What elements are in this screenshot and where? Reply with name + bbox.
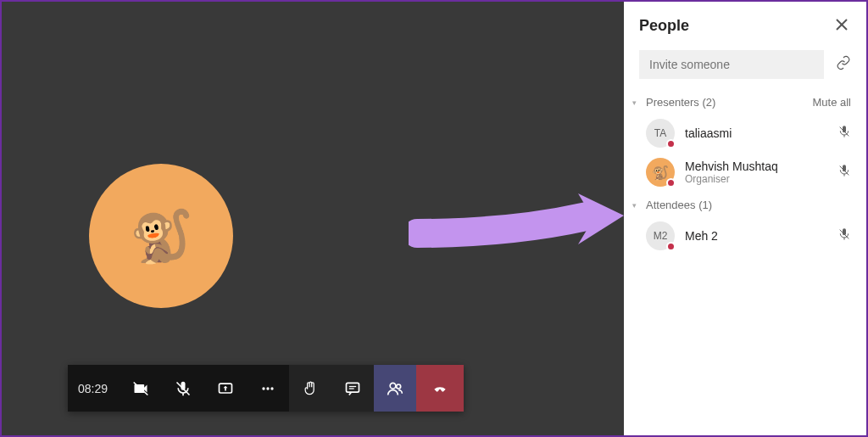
video-stage: 🐒 08:29 bbox=[2, 2, 624, 435]
close-panel-button[interactable] bbox=[832, 14, 851, 38]
chat-button[interactable] bbox=[331, 365, 374, 412]
annotation-arrow-icon bbox=[409, 188, 629, 265]
section-presenters-header[interactable]: ▾ Presenters (2) Mute all bbox=[624, 89, 866, 114]
hangup-icon bbox=[431, 380, 448, 397]
mic-muted-icon bbox=[837, 164, 851, 177]
link-icon bbox=[836, 55, 851, 70]
presence-busy-icon bbox=[666, 242, 676, 251]
chevron-down-icon: ▾ bbox=[632, 201, 643, 210]
person-name: Meh 2 bbox=[685, 229, 827, 243]
avatar: M2 bbox=[646, 221, 675, 250]
chat-icon bbox=[344, 380, 361, 397]
avatar-initials: M2 bbox=[654, 230, 668, 242]
participant-mic-button[interactable] bbox=[837, 164, 851, 181]
avatar-emoji: 🐒 bbox=[652, 165, 669, 181]
avatar: TA bbox=[646, 119, 675, 148]
hand-icon bbox=[302, 380, 319, 397]
section-presenters-label: Presenters (2) bbox=[646, 96, 715, 109]
camera-off-icon bbox=[132, 380, 149, 397]
presence-busy-icon bbox=[666, 178, 676, 188]
person-role: Organiser bbox=[685, 173, 827, 185]
svg-point-7 bbox=[270, 387, 273, 389]
svg-point-5 bbox=[262, 387, 264, 389]
share-tray-icon bbox=[217, 380, 234, 397]
chevron-down-icon: ▾ bbox=[632, 98, 643, 107]
people-icon bbox=[387, 380, 403, 397]
avatar: 🐒 bbox=[646, 158, 675, 187]
people-panel: People ▾ Presenters (2) Mute all TA bbox=[624, 2, 866, 435]
participant-avatar: 🐒 bbox=[89, 164, 233, 308]
copy-link-button[interactable] bbox=[836, 55, 851, 74]
call-toolbar: 08:29 bbox=[68, 365, 464, 412]
more-actions-button[interactable] bbox=[247, 365, 289, 412]
section-attendees-header[interactable]: ▾ Attendees (1) bbox=[624, 192, 866, 216]
svg-point-6 bbox=[266, 387, 269, 389]
avatar-initials: TA bbox=[654, 127, 666, 139]
svg-rect-8 bbox=[347, 383, 359, 392]
mic-toggle-button[interactable] bbox=[162, 365, 204, 412]
presenter-row[interactable]: 🐒 Mehvish Mushtaq Organiser bbox=[624, 153, 866, 192]
close-icon bbox=[836, 19, 848, 31]
mute-all-button[interactable]: Mute all bbox=[812, 96, 851, 109]
svg-point-12 bbox=[397, 384, 401, 389]
svg-marker-0 bbox=[578, 193, 624, 244]
mic-muted-icon bbox=[837, 125, 851, 138]
people-button[interactable] bbox=[374, 365, 416, 412]
ellipsis-icon bbox=[259, 380, 276, 397]
person-name: Mehvish Mushtaq bbox=[685, 160, 827, 173]
presenter-row[interactable]: TA taliaasmi bbox=[624, 114, 866, 153]
participant-mic-button[interactable] bbox=[837, 125, 851, 142]
hangup-button[interactable] bbox=[416, 365, 464, 412]
mic-off-icon bbox=[175, 380, 192, 397]
invite-input[interactable] bbox=[639, 50, 824, 79]
section-attendees-label: Attendees (1) bbox=[646, 199, 712, 211]
share-screen-button[interactable] bbox=[204, 365, 247, 412]
call-duration: 08:29 bbox=[68, 365, 120, 412]
attendee-row[interactable]: M2 Meh 2 bbox=[624, 216, 866, 255]
participant-mic-button[interactable] bbox=[837, 227, 851, 244]
svg-point-11 bbox=[390, 383, 396, 389]
avatar-emoji: 🐒 bbox=[130, 206, 193, 266]
presence-busy-icon bbox=[666, 139, 676, 148]
camera-toggle-button[interactable] bbox=[120, 365, 162, 412]
mic-muted-icon bbox=[837, 227, 851, 241]
raise-hand-button[interactable] bbox=[289, 365, 331, 412]
person-name: taliaasmi bbox=[685, 126, 827, 140]
panel-title: People bbox=[639, 17, 689, 35]
